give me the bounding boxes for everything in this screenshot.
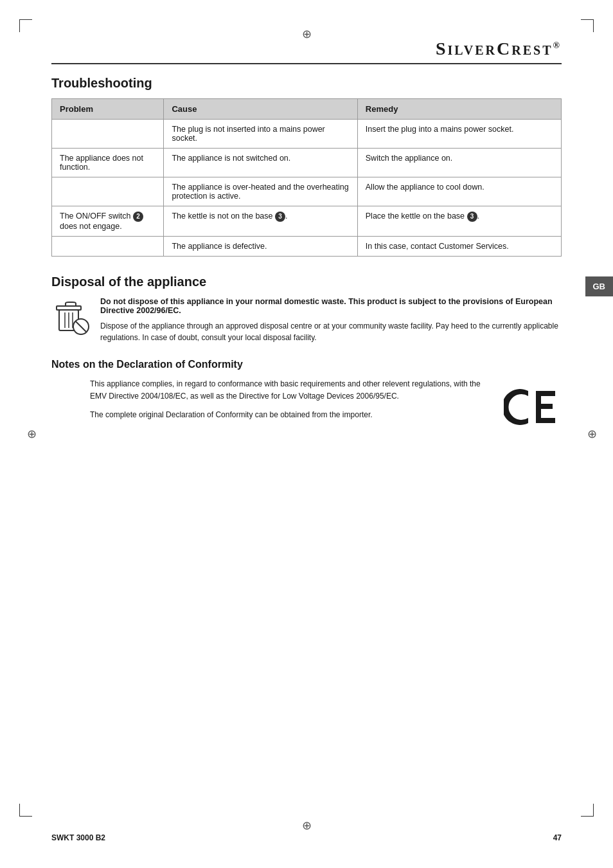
remedy-cell-4: Place the kettle on the base 3.	[357, 206, 561, 237]
table-row: The appliance does not function. The app…	[52, 149, 562, 177]
brand-registered: ®	[553, 41, 562, 50]
brand-header: SilverCrest®	[51, 39, 562, 64]
table-row: The appliance is defective. In this case…	[52, 237, 562, 257]
problem-cell-5	[52, 237, 164, 257]
cause-cell-1: The plug is not inserted into a mains po…	[164, 120, 357, 149]
page: ⊕ ⊕ ⊕ ⊕ GB SilverCrest® Troubleshooting …	[0, 0, 613, 868]
problem-cell-4: The ON/OFF switch 2 does not engage.	[52, 206, 164, 237]
reg-mark-left: ⊕	[27, 427, 37, 441]
cause-cell-4: The kettle is not on the base 3.	[164, 206, 357, 237]
table-row: The ON/OFF switch 2 does not engage. The…	[52, 206, 562, 237]
problem-cell-2: The appliance does not function.	[52, 149, 164, 177]
reg-mark-bottom: ⊕	[302, 818, 312, 833]
conformity-paragraph-1: This appliance complies, in regard to co…	[90, 378, 491, 402]
footer-page-number: 47	[553, 833, 562, 842]
cause-cell-5: The appliance is defective.	[164, 237, 357, 257]
troubleshooting-table: Problem Cause Remedy The plug is not ins…	[51, 98, 562, 257]
disposal-title: Disposal of the appliance	[51, 275, 562, 289]
problem-cell-3	[52, 177, 164, 206]
disposal-bold-text: Do not dispose of this appliance in your…	[100, 297, 562, 315]
disposal-icon	[51, 297, 90, 336]
conformity-text-block: This appliance complies, in regard to co…	[90, 378, 491, 428]
disposal-content: Do not dispose of this appliance in your…	[51, 297, 562, 343]
disposal-section: Disposal of the appliance Do not dispose	[51, 275, 562, 343]
cause-cell-3: The appliance is over-heated and the ove…	[164, 177, 357, 206]
col-header-remedy: Remedy	[357, 99, 561, 120]
reg-mark-top: ⊕	[302, 27, 312, 41]
circle-num-3b: 3	[467, 212, 477, 222]
troubleshooting-title: Troubleshooting	[51, 76, 562, 91]
gb-tab: GB	[585, 276, 614, 296]
table-row: The appliance is over-heated and the ove…	[52, 177, 562, 206]
troubleshooting-section: Troubleshooting Problem Cause Remedy The…	[51, 76, 562, 257]
problem-cell-1	[52, 120, 164, 149]
remedy-cell-2: Switch the appliance on.	[357, 149, 561, 177]
svg-rect-1	[57, 306, 81, 310]
corner-mark-bl	[19, 804, 32, 817]
table-row: The plug is not inserted into a mains po…	[52, 120, 562, 149]
remedy-cell-3: Allow the appliance to cool down.	[357, 177, 561, 206]
corner-mark-tr	[581, 19, 594, 32]
footer-model: SWKT 3000 B2	[51, 833, 105, 842]
conformity-paragraph-2: The complete original Declaration of Con…	[90, 409, 491, 421]
ce-mark	[504, 384, 562, 439]
col-header-cause: Cause	[164, 99, 357, 120]
disposal-normal-text: Dispose of the appliance through an appr…	[100, 320, 562, 343]
col-header-problem: Problem	[52, 99, 164, 120]
circle-num-2: 2	[133, 212, 143, 222]
footer: SWKT 3000 B2 47	[51, 833, 562, 842]
corner-mark-br	[581, 804, 594, 817]
brand-name: SilverCrest®	[436, 39, 562, 59]
conformity-title: Notes on the Declaration of Conformity	[51, 359, 562, 370]
circle-num-3a: 3	[275, 212, 285, 222]
conformity-section: Notes on the Declaration of Conformity T…	[51, 359, 562, 439]
cause-cell-2: The appliance is not switched on.	[164, 149, 357, 177]
disposal-text-block: Do not dispose of this appliance in your…	[100, 297, 562, 343]
corner-mark-tl	[19, 19, 32, 32]
reg-mark-right: ⊕	[587, 427, 597, 441]
conformity-content: This appliance complies, in regard to co…	[51, 378, 562, 439]
remedy-cell-1: Insert the plug into a mains power socke…	[357, 120, 561, 149]
remedy-cell-5: In this case, contact Customer Services.	[357, 237, 561, 257]
